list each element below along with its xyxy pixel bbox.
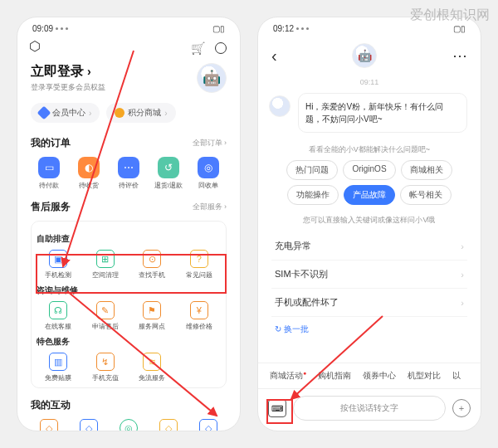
order-recycle[interactable]: ◎回收单 — [190, 157, 227, 190]
back-button[interactable] — [271, 46, 277, 66]
tag-item[interactable]: 购机指南 — [318, 370, 351, 382]
order-pending-pay[interactable]: ▭待付款 — [31, 157, 67, 190]
login-title[interactable]: 立即登录 — [31, 63, 105, 80]
question-sim[interactable]: SIM卡不识别 — [271, 261, 467, 289]
chat-avatar: 🤖 — [352, 43, 377, 68]
aftersale-title: 售后服务 — [31, 200, 71, 214]
consult-apply-aftersale[interactable]: ✎申请售后 — [84, 301, 128, 331]
bubble-avatar — [269, 95, 290, 117]
interact-item[interactable]: ◎ — [110, 419, 147, 431]
chip-function[interactable]: 功能操作 — [287, 185, 339, 205]
pill-member[interactable]: 会员中心 — [31, 103, 100, 123]
interact-item[interactable]: ◇ — [31, 419, 67, 431]
message-icon[interactable] — [215, 42, 227, 54]
consult-repair-price[interactable]: ¥维修价格 — [178, 301, 222, 331]
battery-icon: ▢▯ — [212, 24, 225, 33]
watermark: 爱创根知识网 — [410, 7, 490, 24]
order-pending-receive[interactable]: ◐待收货 — [71, 157, 107, 190]
tag-item[interactable]: 领券中心 — [363, 370, 396, 382]
chat-bubble: Hi，亲爱的V粉，新年快乐！有什么问题，不妨问问小V吧~ — [298, 93, 467, 133]
special-free-data[interactable]: ≋免流服务 — [130, 353, 174, 382]
orders-title: 我的订单 — [31, 136, 71, 150]
chip-hot[interactable]: 热门问题 — [286, 160, 338, 180]
hint-text: 看看全能的小V都能解决什么问题吧~ — [258, 144, 481, 155]
phone-left: 09:09 ▢▯ 立即登录 登录享受更多会员权益 🤖 会员中心 积分商城 我的订… — [17, 17, 241, 431]
orders-grid: ▭待付款 ◐待收货 ⋯待评价 ↺退货/退款 ◎回收单 — [31, 157, 227, 190]
orders-more[interactable]: 全部订单 — [193, 138, 227, 149]
selfcheck-faq[interactable]: ?常见问题 — [178, 250, 222, 280]
interact-item[interactable]: ◇ — [150, 419, 187, 431]
chip-account[interactable]: 帐号相关 — [400, 185, 452, 205]
chat-timestamp: 09:11 — [258, 78, 481, 86]
interact-item[interactable]: ◇ — [71, 419, 107, 431]
interact-title: 我的互动 — [31, 398, 71, 412]
selfcheck-clean[interactable]: ⊞空间清理 — [84, 250, 128, 280]
special-recharge[interactable]: ↯手机充值 — [84, 353, 128, 382]
tag-item[interactable]: 商城活动● — [270, 370, 306, 382]
selfcheck-find-phone[interactable]: ⊙查找手机 — [130, 250, 174, 280]
tag-item[interactable]: 机型对比 — [408, 370, 441, 382]
voice-input[interactable]: 按住说话转文字 — [293, 396, 446, 421]
status-time: 09:12 — [273, 24, 294, 33]
login-subtitle: 登录享受更多会员权益 — [31, 82, 105, 93]
keyboard-icon[interactable]: ⌨ — [268, 399, 286, 417]
chip-row-2: 功能操作 产品故障 帐号相关 — [258, 185, 481, 205]
question-broken[interactable]: 手机或配件坏了 — [271, 289, 467, 317]
consult-online-service[interactable]: ☊在线客服 — [37, 301, 81, 331]
order-refund[interactable]: ↺退货/退款 — [150, 157, 187, 190]
settings-icon[interactable] — [31, 41, 44, 55]
consult-service-point[interactable]: ⚑服务网点 — [130, 301, 174, 331]
chip-mall[interactable]: 商城相关 — [401, 160, 452, 180]
refresh-button[interactable]: 换一批 — [258, 319, 481, 340]
consult-title: 咨询与维修 — [37, 285, 221, 296]
hint-text-2: 您可以直接输入关键词或像这样问小V哦 — [258, 215, 481, 226]
pill-points[interactable]: 积分商城 — [106, 103, 175, 123]
chip-originos[interactable]: OriginOS — [343, 160, 395, 180]
special-title: 特色服务 — [37, 336, 221, 348]
status-bar: 09:09 ▢▯ — [17, 17, 240, 37]
aftersale-more[interactable]: 全部服务 — [193, 202, 227, 212]
chip-product-fault[interactable]: 产品故障 — [344, 185, 395, 205]
login-block[interactable]: 立即登录 登录享受更多会员权益 — [31, 63, 105, 93]
bottom-tags[interactable]: 商城活动● 购机指南 领券中心 机型对比 以 — [258, 363, 481, 388]
tag-item[interactable]: 以 — [452, 370, 461, 382]
phone-right: 09:12 ▢▯ 🤖 09:11 Hi，亲爱的V粉，新年快乐！有什么问题，不妨问… — [257, 17, 481, 431]
plus-button[interactable]: + — [452, 399, 471, 417]
chip-row-1: 热门问题 OriginOS 商城相关 — [258, 160, 481, 180]
selfcheck-title: 自助排查 — [37, 233, 221, 245]
special-free-film[interactable]: ▥免费贴膜 — [37, 353, 81, 382]
selfcheck-phone-detect[interactable]: ▣手机检测 — [37, 250, 81, 280]
question-charging[interactable]: 充电异常 — [271, 232, 467, 261]
input-bar: ⌨ 按住说话转文字 + — [258, 388, 481, 431]
cart-icon[interactable] — [191, 41, 205, 55]
avatar[interactable]: 🤖 — [197, 63, 227, 93]
more-button[interactable] — [452, 46, 467, 65]
status-time: 09:09 — [32, 24, 53, 33]
order-pending-review[interactable]: ⋯待评价 — [110, 157, 147, 190]
battery-icon: ▢▯ — [453, 24, 466, 33]
interact-item[interactable]: ◇ — [190, 419, 227, 431]
